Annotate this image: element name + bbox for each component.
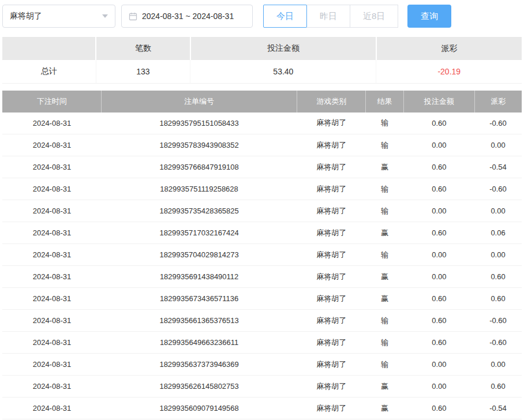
cell-game-type: 麻将胡了 (297, 310, 366, 332)
cell-result: 输 (366, 178, 404, 200)
cell-payout: -0.54 (474, 156, 522, 178)
cell-result: 输 (366, 354, 404, 376)
cell-bet-time: 2024-08-31 (2, 266, 102, 288)
cell-payout: 0.00 (474, 354, 522, 376)
table-row: 2024-08-31 1829935766847919108 麻将胡了 赢 0.… (2, 156, 522, 178)
cell-result: 赢 (366, 222, 404, 244)
cell-bet-amount: 0.60 (404, 310, 474, 332)
cell-bet-amount: 0.00 (404, 354, 474, 376)
cell-game-type: 麻将胡了 (297, 376, 366, 397)
cell-game-type: 麻将胡了 (297, 354, 366, 376)
cell-bet-id: 1829935795151058433 (102, 112, 297, 134)
summary-total-row: 总计 133 53.40 -20.19 (2, 60, 522, 83)
table-row: 2024-08-31 1829935735428365825 麻将胡了 输 0.… (2, 200, 522, 222)
cell-result: 输 (366, 310, 404, 332)
date-range-picker[interactable]: 2024-08-31 ~ 2024-08-31 (121, 5, 253, 28)
cell-bet-amount: 0.60 (404, 222, 474, 244)
quick-range-button-group: 今日 昨日 近8日 (263, 5, 398, 28)
table-row: 2024-08-31 1829935661365376513 麻将胡了 输 0.… (2, 310, 522, 332)
game-type-selected-value: 麻将胡了 (10, 11, 42, 21)
records-header-bet-amount: 投注金额 (404, 91, 474, 112)
cell-bet-id: 1829935766847919108 (102, 156, 297, 178)
chevron-down-icon (102, 14, 108, 18)
table-row: 2024-08-31 1829935626145802753 麻将胡了 赢 0.… (2, 376, 522, 397)
cell-bet-amount: 0.00 (404, 376, 474, 397)
cell-game-type: 麻将胡了 (297, 200, 366, 222)
cell-payout: 0.60 (474, 266, 522, 288)
table-row: 2024-08-31 1829935691438490112 麻将胡了 赢 0.… (2, 266, 522, 288)
query-button[interactable]: 查询 (407, 5, 451, 28)
cell-bet-amount: 0.00 (404, 200, 474, 222)
records-header-bet-id: 注单编号 (102, 91, 297, 112)
table-row: 2024-08-31 1829935704029814273 麻将胡了 输 0.… (2, 244, 522, 266)
cell-result: 输 (366, 332, 404, 354)
cell-bet-amount: 0.60 (404, 112, 474, 134)
records-header-game-type: 游戏类别 (297, 91, 366, 112)
cell-bet-time: 2024-08-31 (2, 222, 102, 244)
cell-bet-id: 1829935609079149568 (102, 397, 297, 419)
last8days-button[interactable]: 近8日 (350, 5, 398, 28)
cell-bet-id: 1829935626145802753 (102, 376, 297, 397)
cell-result: 赢 (366, 376, 404, 397)
summary-header-bet-amount: 投注金额 (190, 37, 376, 60)
today-button[interactable]: 今日 (263, 5, 307, 28)
cell-bet-amount: 0.00 (404, 244, 474, 266)
summary-header-payout: 派彩 (376, 37, 522, 60)
cell-bet-time: 2024-08-31 (2, 397, 102, 419)
table-row: 2024-08-31 1829935649663236611 麻将胡了 输 0.… (2, 332, 522, 354)
cell-bet-time: 2024-08-31 (2, 200, 102, 222)
summary-header-count: 笔数 (96, 37, 190, 60)
cell-game-type: 麻将胡了 (297, 332, 366, 354)
cell-payout: 0.00 (474, 134, 522, 156)
summary-header-row: 笔数 投注金额 派彩 (2, 37, 522, 60)
table-row: 2024-08-31 1829935795151058433 麻将胡了 输 0.… (2, 112, 522, 134)
records-header-bet-time: 下注时间 (2, 91, 102, 112)
cell-game-type: 麻将胡了 (297, 288, 366, 310)
cell-result: 赢 (366, 156, 404, 178)
cell-bet-time: 2024-08-31 (2, 354, 102, 376)
cell-bet-amount: 0.60 (404, 332, 474, 354)
cell-bet-id: 1829935673436571136 (102, 288, 297, 310)
cell-bet-time: 2024-08-31 (2, 332, 102, 354)
summary-payout-value: -20.19 (376, 60, 522, 83)
cell-result: 赢 (366, 397, 404, 419)
cell-game-type: 麻将胡了 (297, 134, 366, 156)
cell-payout: 0.60 (474, 288, 522, 310)
table-row: 2024-08-31 1829935673436571136 麻将胡了 赢 0.… (2, 288, 522, 310)
cell-payout: 0.60 (474, 376, 522, 397)
cell-payout: -0.60 (474, 112, 522, 134)
cell-game-type: 麻将胡了 (297, 397, 366, 419)
table-row: 2024-08-31 1829935783943908352 麻将胡了 输 0.… (2, 134, 522, 156)
date-range-value: 2024-08-31 ~ 2024-08-31 (142, 12, 234, 21)
table-row: 2024-08-31 1829935751119258628 麻将胡了 输 0.… (2, 178, 522, 200)
summary-bet-amount-value: 53.40 (190, 60, 376, 83)
cell-bet-time: 2024-08-31 (2, 288, 102, 310)
bet-records-table: 下注时间 注单编号 游戏类别 结果 投注金额 派彩 2024-08-31 182… (2, 91, 522, 420)
cell-payout: 0.00 (474, 200, 522, 222)
yesterday-button[interactable]: 昨日 (306, 5, 350, 28)
bet-history-page: 麻将胡了 2024-08-31 ~ 2024-08-31 今日 昨日 近8日 查… (0, 0, 524, 419)
records-header-payout: 派彩 (474, 91, 522, 112)
filter-toolbar: 麻将胡了 2024-08-31 ~ 2024-08-31 今日 昨日 近8日 查… (2, 0, 522, 32)
cell-game-type: 麻将胡了 (297, 112, 366, 134)
cell-bet-amount: 0.00 (404, 266, 474, 288)
cell-payout: -0.60 (474, 332, 522, 354)
cell-bet-id: 1829935637373946369 (102, 354, 297, 376)
cell-bet-amount: 0.60 (404, 397, 474, 419)
cell-bet-time: 2024-08-31 (2, 178, 102, 200)
cell-bet-id: 1829935649663236611 (102, 332, 297, 354)
cell-payout: -0.54 (474, 397, 522, 419)
calendar-icon (129, 12, 137, 21)
game-type-select[interactable]: 麻将胡了 (2, 5, 115, 28)
cell-bet-id: 1829935783943908352 (102, 134, 297, 156)
cell-payout: -0.60 (474, 310, 522, 332)
cell-result: 赢 (366, 266, 404, 288)
cell-bet-amount: 0.00 (404, 134, 474, 156)
cell-bet-amount: 0.60 (404, 156, 474, 178)
table-row: 2024-08-31 1829935717032167424 麻将胡了 赢 0.… (2, 222, 522, 244)
cell-game-type: 麻将胡了 (297, 244, 366, 266)
table-row: 2024-08-31 1829935637373946369 麻将胡了 输 0.… (2, 354, 522, 376)
cell-game-type: 麻将胡了 (297, 222, 366, 244)
cell-bet-id: 1829935691438490112 (102, 266, 297, 288)
cell-payout: 0.00 (474, 244, 522, 266)
